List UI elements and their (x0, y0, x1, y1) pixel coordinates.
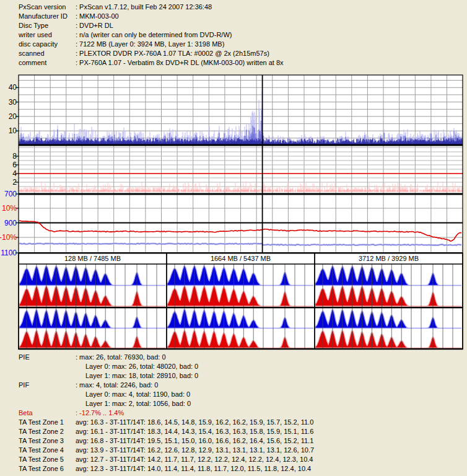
summary-value: Layer 1: max: 18, total: 28910, bad: 0 (76, 371, 198, 381)
info-label: Manufacturer ID (19, 12, 76, 21)
beta-axis-tick-900: 900 (4, 219, 17, 227)
beta-axis-tick-minus10pct: -10% (0, 233, 17, 242)
info-value: : PLEXTOR DVDR PX-760A 1.07 TLA: #0002 @… (76, 49, 269, 58)
info-label: Disc Type (19, 21, 76, 30)
summary-row: Layer 0: max: 26, total: 48020, bad: 0 (19, 362, 467, 371)
summary-label: TA Test Zone 3 (19, 436, 76, 446)
summary-label: TA Test Zone 6 (19, 464, 76, 474)
histogram-zone-header-2: 1664 MB / 5437 MB (167, 254, 315, 263)
pie-axis-tick-30: 30 (9, 98, 17, 107)
summary-value: avg: 16.3 - 3T-11T/14T: 18.6, 14.5, 14.8… (76, 418, 313, 427)
summary-value: : max: 26, total: 76930, bad: 0 (76, 353, 166, 362)
info-label: comment (19, 58, 76, 68)
summary-row: TA Test Zone 4avg: 13.9 - 3T-11T/14T: 16… (19, 446, 467, 455)
scan-summary: PIE: max: 26, total: 76930, bad: 0 Layer… (19, 353, 467, 474)
summary-row: TA Test Zone 3avg: 16.8 - 3T-11T/14T: 19… (19, 436, 467, 446)
pif-axis-tick-6: 6 (12, 161, 17, 169)
pif-axis-tick-4: 4 (12, 169, 17, 178)
beta-axis-tick-plus10pct: 10% (2, 204, 17, 213)
summary-value: : max: 4, total: 2246, bad: 0 (76, 381, 158, 390)
summary-row: TA Test Zone 1avg: 16.3 - 3T-11T/14T: 18… (19, 418, 467, 427)
info-row: Disc Type: DVD+R DL (19, 21, 465, 30)
summary-row: TA Test Zone 5avg: 12.7 - 3T-11T/14T: 14… (19, 455, 467, 464)
info-label: disc capacity (19, 40, 76, 49)
info-row: Manufacturer ID: MKM-003-00 (19, 12, 465, 21)
info-label: PxScan version (19, 2, 76, 12)
summary-row: Beta: -12.7% .. 1.4% (19, 408, 467, 418)
info-row: comment: PX-760A 1.07 - Verbatim 8x DVD+… (19, 58, 465, 68)
pxscan-report: { "colors": { "page_bg": "#ece9d8", "cha… (0, 0, 467, 476)
beta-axis-tick-700: 700 (4, 190, 17, 198)
pif-axis-tick-8: 8 (12, 152, 17, 161)
summary-label: TA Test Zone 4 (19, 446, 76, 455)
info-value: : PxScan v1.7.12, built Feb 24 2007 12:3… (76, 2, 212, 12)
info-value: : MKM-003-00 (76, 12, 119, 21)
summary-value: Layer 0: max: 26, total: 48020, bad: 0 (76, 362, 198, 371)
summary-label: PIE (19, 353, 76, 362)
summary-label: Beta (19, 408, 76, 418)
summary-row: PIF: max: 4, total: 2246, bad: 0 (19, 381, 467, 390)
summary-label: PIF (19, 381, 76, 390)
summary-label: TA Test Zone 2 (19, 427, 76, 436)
summary-label: TA Test Zone 1 (19, 418, 76, 427)
summary-row: Layer 0: max: 4, total: 1190, bad: 0 (19, 390, 467, 399)
beta-axis-tick-1100: 1100 (1, 249, 17, 257)
pie-axis-tick-20: 20 (9, 112, 17, 121)
summary-value: Layer 1: max: 2, total: 1056, bad: 0 (76, 399, 191, 408)
summary-value: avg: 16.1 - 3T-11T/14T: 18.3, 14.4, 14.3… (76, 427, 313, 436)
summary-value: avg: 13.9 - 3T-11T/14T: 16.2, 12.6, 12.8… (76, 446, 314, 455)
pie-axis-tick-40: 40 (9, 83, 17, 92)
info-row: writer used: n/a (writer can only be det… (19, 30, 465, 40)
summary-value: avg: 12.7 - 3T-11T/14T: 14.2, 11.7, 11.7… (76, 455, 313, 464)
summary-label: TA Test Zone 5 (19, 455, 76, 464)
info-value: : 7122 MB (Layer 0: 3924 MB, Layer 1: 31… (76, 40, 224, 49)
summary-row: TA Test Zone 2avg: 16.1 - 3T-11T/14T: 18… (19, 427, 467, 436)
info-value: : n/a (writer can only be determined fro… (76, 30, 232, 40)
info-row: PxScan version: PxScan v1.7.12, built Fe… (19, 2, 465, 12)
summary-value: avg: 12.3 - 3T-11T/14T: 14.0, 11.4, 11.4… (76, 464, 311, 474)
info-value: : DVD+R DL (76, 21, 113, 30)
histogram-zone-header-3: 3712 MB / 3929 MB (315, 254, 463, 263)
summary-row: PIE: max: 26, total: 76930, bad: 0 (19, 353, 467, 362)
summary-value: Layer 0: max: 4, total: 1190, bad: 0 (76, 390, 190, 399)
info-value: : PX-760A 1.07 - Verbatim 8x DVD+R DL (M… (76, 58, 284, 68)
info-label: writer used (19, 30, 76, 40)
scan-info-header: PxScan version: PxScan v1.7.12, built Fe… (19, 2, 465, 68)
pie-axis-tick-10: 10 (9, 126, 17, 135)
info-row: disc capacity: 7122 MB (Layer 0: 3924 MB… (19, 40, 465, 49)
info-label: scanned (19, 49, 76, 58)
histogram-zone-header-1: 128 MB / 7485 MB (19, 254, 167, 263)
summary-row: Layer 1: max: 2, total: 1056, bad: 0 (19, 399, 467, 408)
info-row: scanned: PLEXTOR DVDR PX-760A 1.07 TLA: … (19, 49, 465, 58)
summary-row: TA Test Zone 6avg: 12.3 - 3T-11T/14T: 14… (19, 464, 467, 474)
summary-value: : -12.7% .. 1.4% (76, 408, 124, 418)
pif-axis-tick-2: 2 (12, 178, 17, 187)
summary-value: avg: 16.8 - 3T-11T/14T: 19.5, 15.1, 15.0… (76, 436, 313, 446)
summary-row: Layer 1: max: 18, total: 28910, bad: 0 (19, 371, 467, 381)
